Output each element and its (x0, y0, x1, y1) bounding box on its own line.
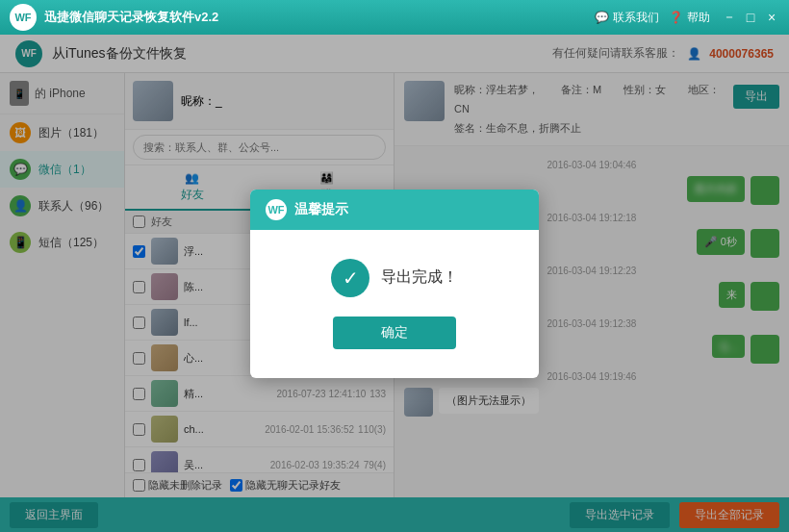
modal-header: WF 温馨提示 (250, 190, 539, 230)
modal-body: 导出完成！ 确定 (250, 230, 539, 378)
modal-overlay: WF 温馨提示 导出完成！ 确定 (0, 35, 789, 532)
close-button[interactable]: × (764, 10, 779, 25)
check-icon (331, 259, 369, 297)
contact-us-link[interactable]: 💬 联系我们 (595, 10, 659, 26)
modal-logo: WF (266, 199, 287, 220)
question-icon: ❓ (669, 11, 683, 24)
minimize-button[interactable]: － (722, 10, 737, 25)
modal-check: 导出完成！ (331, 259, 458, 297)
maximize-button[interactable]: □ (743, 10, 758, 25)
modal-box: WF 温馨提示 导出完成！ 确定 (250, 190, 539, 378)
chat-icon: 💬 (595, 11, 609, 24)
app-title: 迅捷微信聊天记录恢复软件v2.2 (44, 9, 595, 26)
title-bar-right: 💬 联系我们 ❓ 帮助 (595, 10, 710, 26)
window-controls: － □ × (722, 10, 779, 25)
modal-confirm-button[interactable]: 确定 (333, 317, 456, 349)
help-link[interactable]: ❓ 帮助 (669, 10, 710, 26)
title-bar: WF 迅捷微信聊天记录恢复软件v2.2 💬 联系我们 ❓ 帮助 － □ × (0, 0, 789, 35)
modal-title: 温馨提示 (294, 201, 348, 218)
app-logo: WF (10, 4, 37, 31)
modal-message: 导出完成！ (381, 267, 458, 288)
logo-text: WF (14, 12, 31, 23)
